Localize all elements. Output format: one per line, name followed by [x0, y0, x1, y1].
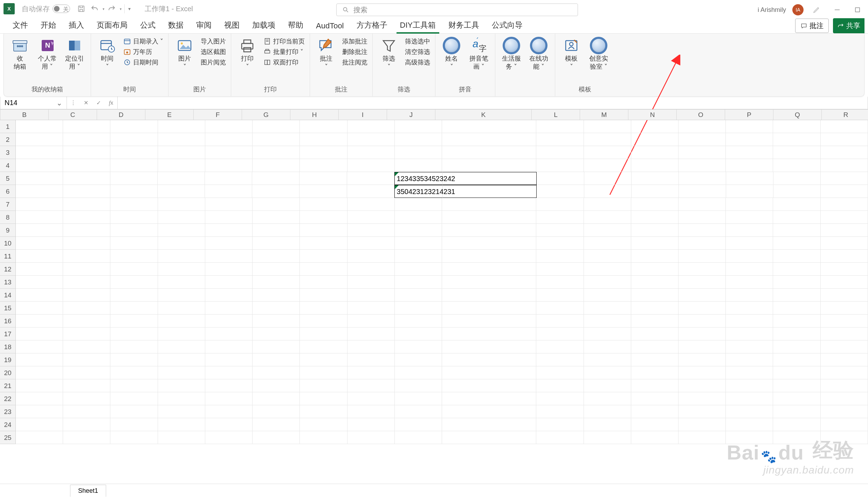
name-button[interactable]: 姓名 ˅: [439, 36, 464, 72]
cell[interactable]: [679, 185, 726, 198]
cell[interactable]: [347, 366, 395, 379]
delete-comment-button[interactable]: 删除批注: [341, 47, 369, 57]
cell[interactable]: 123433534523242: [394, 172, 443, 185]
cell[interactable]: [16, 211, 63, 224]
cell[interactable]: [821, 250, 868, 263]
cell[interactable]: [773, 340, 820, 353]
cell[interactable]: [631, 198, 678, 211]
enter-icon[interactable]: ✓: [92, 99, 105, 106]
cell[interactable]: [16, 340, 63, 353]
cell[interactable]: [347, 327, 395, 340]
cell[interactable]: [300, 159, 347, 172]
cell[interactable]: [395, 120, 442, 133]
cell[interactable]: [773, 120, 820, 133]
cell[interactable]: [395, 405, 442, 418]
tab-formula-wizard[interactable]: 公式向导: [485, 16, 529, 33]
cell[interactable]: [631, 224, 678, 237]
cell[interactable]: [584, 172, 632, 185]
cell[interactable]: [110, 302, 158, 315]
cell[interactable]: [395, 340, 442, 353]
undo-dropdown-icon[interactable]: ▾: [103, 7, 104, 11]
cell[interactable]: [16, 289, 63, 302]
cell[interactable]: [584, 198, 631, 211]
cell[interactable]: [347, 211, 395, 224]
cell[interactable]: [584, 224, 631, 237]
cell[interactable]: [773, 418, 820, 431]
cell[interactable]: [678, 327, 726, 340]
cell[interactable]: [110, 198, 158, 211]
batch-print-button[interactable]: 批量打印 ˅: [262, 47, 306, 57]
row-header[interactable]: 1: [0, 120, 16, 133]
cell[interactable]: [773, 353, 820, 366]
cell[interactable]: [158, 120, 205, 133]
cell[interactable]: 350423123214231: [394, 185, 443, 198]
cell[interactable]: [63, 340, 110, 353]
cell[interactable]: [821, 185, 868, 198]
cell[interactable]: [821, 159, 868, 172]
cell[interactable]: [300, 340, 347, 353]
cell[interactable]: [726, 146, 773, 159]
row-header[interactable]: 22: [0, 392, 16, 405]
cell[interactable]: [253, 198, 300, 211]
cell[interactable]: [395, 302, 442, 315]
cell[interactable]: [300, 224, 347, 237]
cell[interactable]: [631, 392, 678, 405]
cell[interactable]: [252, 185, 299, 198]
cell[interactable]: [536, 289, 584, 302]
cell[interactable]: [773, 211, 820, 224]
cell[interactable]: [678, 315, 726, 327]
creative-lab-button[interactable]: 创意实 验室 ˅: [586, 36, 611, 72]
cell[interactable]: [110, 418, 158, 431]
cell[interactable]: [205, 120, 253, 133]
cell[interactable]: [395, 289, 442, 302]
cell[interactable]: [726, 133, 773, 146]
cell[interactable]: [158, 211, 205, 224]
cell[interactable]: [16, 224, 63, 237]
filter-button[interactable]: 筛选 ˅: [376, 36, 401, 72]
cell[interactable]: [442, 224, 536, 237]
cell[interactable]: [63, 366, 110, 379]
cell[interactable]: [158, 159, 205, 172]
column-header[interactable]: P: [725, 110, 773, 120]
cell[interactable]: [253, 237, 300, 250]
cell[interactable]: [16, 392, 63, 405]
cell[interactable]: [442, 302, 536, 315]
cell[interactable]: [158, 418, 205, 431]
cell[interactable]: [631, 302, 678, 315]
add-comment-button[interactable]: 添加批注: [341, 36, 369, 46]
cell[interactable]: [773, 289, 820, 302]
cell[interactable]: [110, 340, 158, 353]
cell[interactable]: [158, 250, 205, 263]
cell[interactable]: [584, 353, 631, 366]
cell[interactable]: [584, 431, 631, 444]
cell[interactable]: [16, 172, 63, 185]
cell[interactable]: [253, 146, 300, 159]
fx-icon[interactable]: fx: [105, 100, 117, 106]
cell[interactable]: [16, 237, 63, 250]
cell[interactable]: [773, 133, 820, 146]
cell[interactable]: [205, 340, 253, 353]
column-header[interactable]: Q: [773, 110, 822, 120]
cell[interactable]: [584, 405, 631, 418]
cell[interactable]: [205, 392, 253, 405]
cell[interactable]: [442, 366, 536, 379]
pinyin-stroke-button[interactable]: ˊa字 拼音笔 画 ˅: [466, 36, 491, 72]
cell[interactable]: [821, 379, 868, 392]
cell[interactable]: [726, 276, 773, 289]
cell[interactable]: [63, 289, 110, 302]
cell[interactable]: [63, 133, 110, 146]
cell[interactable]: [442, 379, 536, 392]
cell[interactable]: [584, 276, 631, 289]
cell[interactable]: [300, 276, 347, 289]
cell[interactable]: [205, 276, 253, 289]
cell[interactable]: [442, 146, 536, 159]
cell[interactable]: [205, 263, 253, 276]
cell[interactable]: [773, 405, 820, 418]
cell[interactable]: [584, 250, 631, 263]
row-header[interactable]: 14: [0, 289, 16, 302]
tab-diy-toolbox[interactable]: DIY工具箱: [394, 16, 442, 33]
cell[interactable]: [726, 211, 773, 224]
row-header[interactable]: 7: [0, 198, 16, 211]
cell[interactable]: [726, 198, 773, 211]
cell[interactable]: [726, 340, 773, 353]
